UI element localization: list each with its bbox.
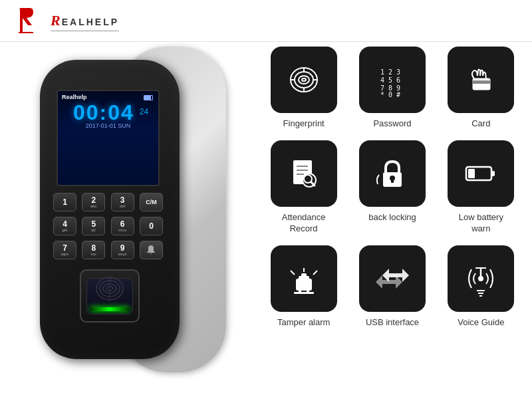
usb-icon: [372, 259, 412, 299]
svg-text:1 2 3: 1 2 3: [380, 68, 400, 76]
feature-fingerprint: Fingerprint: [266, 47, 341, 130]
fingerprint-icon: [284, 60, 324, 100]
voice-icon-box: [448, 245, 514, 312]
password-icon: 1 2 3 4 5 6 7 8 9 * 0 #: [372, 60, 412, 100]
voice-icon: [461, 259, 501, 299]
attendance-icon: [284, 154, 324, 194]
key-0[interactable]: 0: [140, 217, 163, 235]
svg-rect-21: [473, 78, 490, 90]
svg-rect-38: [468, 169, 475, 178]
feature-voice: Voice Guide: [444, 245, 519, 328]
attendance-icon-box: [271, 140, 337, 207]
fingerprint-icon-box: [271, 47, 337, 113]
svg-rect-42: [301, 273, 307, 277]
usb-label: USB interface: [366, 317, 419, 328]
screen-time: 00:04: [73, 100, 134, 124]
alarm-icon: [284, 259, 324, 299]
key-bell[interactable]: [140, 241, 163, 259]
black-device: Realhelp 00:0424 2017-01-01 SUN 1 2abc 3…: [40, 60, 180, 359]
svg-rect-37: [491, 171, 495, 176]
svg-rect-0: [19, 32, 33, 33]
voice-label: Voice Guide: [458, 317, 504, 328]
lock-icon: [372, 154, 412, 194]
lowbattery-icon-box: [448, 140, 514, 207]
battery-icon: [461, 154, 501, 194]
keypad: 1 2abc 3def C/M 4ghi 5jkl 6mno 0 7pqrs 8…: [53, 193, 163, 265]
backlocking-icon-box: [359, 140, 426, 207]
fingerprint-scanner-device: [80, 269, 140, 323]
key-1[interactable]: 1: [53, 193, 76, 211]
svg-rect-49: [372, 259, 412, 299]
scanner-green-line: [90, 307, 130, 311]
feature-tamper: Tamper alarm: [266, 245, 341, 328]
card-icon-box: [448, 47, 514, 113]
feature-usb: USB interface: [354, 245, 430, 328]
key-8[interactable]: 8tuv: [82, 241, 105, 259]
attendance-label: AttendanceRecord: [282, 212, 326, 235]
key-6[interactable]: 6mno: [111, 217, 134, 235]
feature-lowbattery: Low batterywarn: [444, 140, 519, 235]
scanner-area: [86, 278, 133, 315]
card-label: Card: [471, 118, 490, 130]
feature-password: 1 2 3 4 5 6 7 8 9 * 0 # Password: [354, 47, 430, 130]
key-5[interactable]: 5jkl: [82, 217, 105, 235]
key-cm[interactable]: C/M: [140, 193, 163, 211]
svg-rect-48: [294, 292, 314, 294]
divider: [0, 41, 532, 42]
features-grid: Fingerprint 1 2 3 4 5 6 7 8 9 * 0 # Pass…: [266, 47, 519, 328]
keypad-row-1: 1 2abc 3def C/M: [53, 193, 163, 211]
fingerprint-label: Fingerprint: [283, 118, 325, 130]
keypad-row-3: 7pqrs 8tuv 9wxyz: [53, 241, 163, 259]
tamper-icon-box: [271, 245, 337, 312]
feature-attendance: AttendanceRecord: [266, 140, 341, 235]
feature-card: Card: [444, 47, 519, 130]
logo-area: R EALHELP: [13, 7, 119, 37]
logo-r: R: [51, 12, 61, 29]
feature-backlocking: back locking: [354, 140, 430, 235]
key-2[interactable]: 2abc: [82, 193, 105, 211]
key-3[interactable]: 3def: [111, 193, 134, 211]
svg-text:4 5 6: 4 5 6: [380, 76, 400, 84]
svg-text:* 0 #: * 0 #: [380, 91, 400, 98]
svg-rect-22: [473, 80, 490, 84]
card-icon: [461, 60, 501, 100]
logo-ealhelp: EALHELP: [62, 17, 119, 27]
key-9[interactable]: 9wxyz: [111, 241, 134, 259]
svg-rect-34: [391, 178, 394, 183]
backlocking-label: back locking: [368, 212, 416, 223]
password-icon-box: 1 2 3 4 5 6 7 8 9 * 0 #: [359, 47, 426, 113]
device-container: Realhelp 00:0424 2017-01-01 SUN 1 2abc 3…: [40, 47, 246, 372]
battery-indicator: [144, 95, 153, 100]
keypad-row-2: 4ghi 5jkl 6mno 0: [53, 217, 163, 235]
screen-seconds: 24: [140, 107, 148, 116]
usb-icon-box: [359, 245, 426, 312]
logo-text: R EALHELP: [51, 12, 119, 31]
device-screen: Realhelp 00:0424 2017-01-01 SUN: [57, 90, 160, 186]
key-4[interactable]: 4ghi: [53, 217, 76, 235]
logo-icon: [13, 7, 47, 37]
tamper-label: Tamper alarm: [277, 317, 330, 328]
password-label: Password: [373, 118, 411, 130]
key-7[interactable]: 7pqrs: [53, 241, 76, 259]
lowbattery-label: Low batterywarn: [459, 212, 503, 235]
